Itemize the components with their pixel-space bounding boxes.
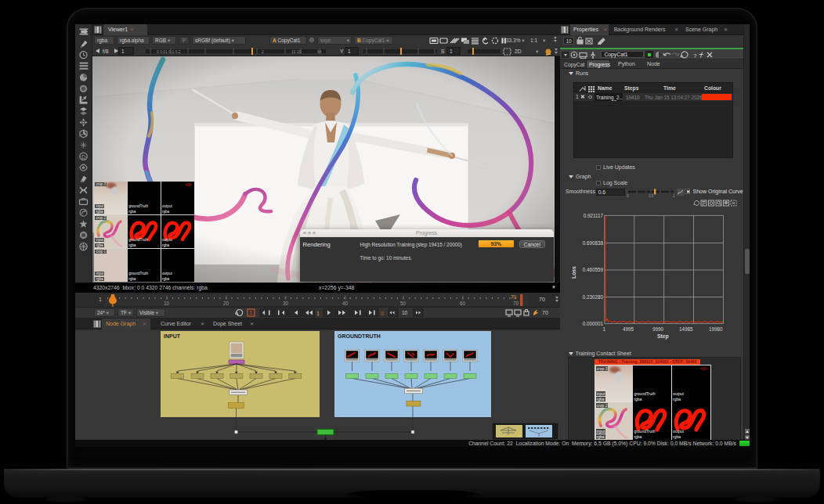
svg-text:19980: 19980 [709, 326, 723, 332]
svg-text:4995: 4995 [623, 326, 634, 332]
svg-text:GROUNDTRUTH: GROUNDTRUTH [338, 333, 381, 339]
svg-text:70: 70 [513, 301, 519, 306]
svg-text:0.460559: 0.460559 [583, 267, 604, 272]
svg-text:0.000001: 0.000001 [583, 321, 604, 326]
svg-text:10: 10 [164, 301, 170, 306]
svg-text:1: 1 [316, 311, 320, 316]
svg-text:0.5: 0.5 [649, 194, 654, 197]
svg-text:1: 1 [250, 310, 253, 315]
svg-text:9990: 9990 [652, 326, 664, 332]
svg-text:0.690838: 0.690838 [583, 240, 604, 246]
svg-text:0: 0 [381, 311, 384, 316]
svg-text:20: 20 [223, 301, 229, 306]
svg-text:64: 64 [317, 49, 322, 54]
svg-text:0.230280: 0.230280 [583, 294, 604, 300]
svg-text:60: 60 [460, 301, 466, 306]
svg-text:0: 0 [627, 194, 629, 197]
svg-text:Step: Step [657, 333, 669, 340]
svg-text:D: D [81, 153, 85, 160]
svg-text:30: 30 [283, 301, 289, 306]
svg-text:10 20: 10 20 [291, 49, 302, 54]
svg-text:0.921117: 0.921117 [584, 213, 604, 218]
svg-text:2: 2 [262, 49, 264, 54]
svg-text:INPUT: INPUT [164, 333, 181, 339]
svg-text:14985: 14985 [679, 326, 693, 332]
svg-text:0 0.01 0.1 0.2: 0 0.01 0.1 0.2 [157, 49, 181, 54]
svg-text:1: 1 [673, 194, 675, 197]
svg-text:50: 50 [400, 301, 407, 306]
svg-text:1: 1 [603, 326, 606, 332]
svg-text:70: 70 [511, 294, 517, 300]
svg-text:1: 1 [111, 302, 114, 307]
svg-text:10: 10 [402, 310, 408, 315]
svg-text:40: 40 [342, 301, 349, 306]
svg-text:Loss: Loss [571, 266, 576, 279]
svg-text:?: ? [693, 52, 697, 59]
